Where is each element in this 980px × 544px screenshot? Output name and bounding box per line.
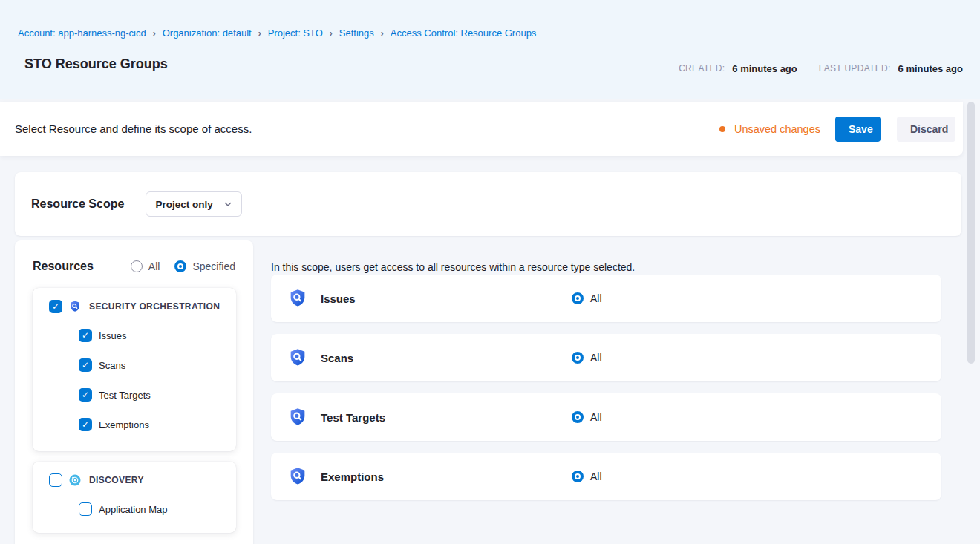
header-meta: CREATED: 6 minutes ago LAST UPDATED: 6 m… [679,62,963,74]
breadcrumb-access-control-link[interactable]: Access Control: Resource Groups [391,27,537,39]
scans-checkbox[interactable] [79,358,92,372]
access-radio-label: All [590,292,602,304]
breadcrumb-separator: › [153,28,156,39]
scope-info-text: In this scope, users get access to all r… [271,240,941,275]
last-updated-label: LAST UPDATED: [819,63,891,73]
access-radio-all[interactable]: All [572,471,602,482]
group-header-row[interactable]: DISCOVERY [33,466,236,494]
exemptions-checkbox[interactable] [79,418,92,431]
discovery-checkbox[interactable] [49,473,62,487]
discard-button[interactable]: Discard [897,117,956,142]
breadcrumb: Account: app-harness-ng-cicd › Organizat… [18,27,536,39]
resource-item-exemptions[interactable]: Exemptions [33,410,236,439]
sto-shield-icon [287,288,308,309]
action-toolbar: Select Resource and define its scope of … [0,102,963,156]
resource-item-issues[interactable]: Issues [33,321,236,350]
access-radio-icon[interactable] [572,292,584,304]
resource-scope-selected-value: Project only [155,199,212,210]
chevron-down-icon [223,200,232,209]
access-radio-icon[interactable] [572,471,584,482]
breadcrumb-settings-link[interactable]: Settings [339,27,374,39]
breadcrumb-account-link[interactable]: Account: app-harness-ng-cicd [18,27,146,39]
resources-title: Resources [33,260,94,273]
discovery-icon [68,473,82,487]
resource-card-label: Issues [321,292,356,305]
radio-all-label: All [148,260,160,272]
resource-scope-dropdown[interactable]: Project only [146,191,242,217]
page-title: STO Resource Groups [24,56,168,72]
access-radio-all[interactable]: All [572,292,602,304]
resource-group-security-orchestration: SECURITY ORCHESTRATION Issues Scans Test… [33,288,236,451]
access-radio-label: All [590,411,602,423]
resource-item-label: Issues [99,330,127,341]
access-radio-all[interactable]: All [572,352,602,364]
resource-scope-card: Resource Scope Project only [15,172,961,236]
sto-shield-icon [287,466,308,487]
security-orchestration-checkbox[interactable] [49,300,62,313]
radio-specified-label: Specified [192,260,235,272]
resources-mode-radio-group: All Specified [131,260,235,272]
access-radio-icon[interactable] [572,352,584,364]
resource-item-label: Application Map [99,504,168,515]
radio-all-icon[interactable] [131,260,143,272]
resource-item-test-targets[interactable]: Test Targets [33,380,236,410]
access-radio-icon[interactable] [572,411,584,423]
toolbar-actions: Unsaved changes Save Discard [719,117,956,142]
vertical-scrollbar[interactable] [967,102,975,364]
resource-card-scans: Scans All [271,334,941,381]
resources-panel-header: Resources All Specified [15,240,253,273]
page-header: Account: app-harness-ng-cicd › Organizat… [0,0,980,99]
created-label: CREATED: [679,63,725,73]
issues-checkbox[interactable] [79,329,92,342]
radio-specified-icon[interactable] [174,260,186,272]
breadcrumb-separator: › [258,28,261,39]
resource-card-label: Scans [321,352,353,364]
unsaved-changes-indicator: Unsaved changes [719,123,820,135]
resource-scope-label: Resource Scope [31,197,124,211]
breadcrumb-organization-link[interactable]: Organization: default [163,27,252,39]
access-radio-all[interactable]: All [572,411,602,423]
breadcrumb-project-link[interactable]: Project: STO [268,27,323,39]
sto-shield-icon [287,347,308,368]
group-header-row[interactable]: SECURITY ORCHESTRATION [33,292,236,321]
created-value: 6 minutes ago [732,63,797,74]
radio-all[interactable]: All [131,260,160,272]
toolbar-description: Select Resource and define its scope of … [15,122,252,135]
sto-shield-icon [68,300,82,313]
breadcrumb-separator: › [381,28,384,39]
last-updated-value: 6 minutes ago [898,63,963,74]
save-button[interactable]: Save [835,117,881,142]
test-targets-checkbox[interactable] [79,388,92,402]
group-label: DISCOVERY [89,475,144,485]
resource-item-scans[interactable]: Scans [33,350,236,380]
unsaved-dot-icon [719,126,725,132]
resource-card-label: Test Targets [321,411,385,424]
access-radio-label: All [590,471,602,482]
resource-group-discovery: DISCOVERY Application Map [33,462,236,533]
breadcrumb-separator: › [330,28,333,39]
resource-card-label: Exemptions [321,471,384,483]
resource-card-exemptions: Exemptions All [271,453,941,500]
resource-card-test-targets: Test Targets All [271,393,941,441]
main-content: In this scope, users get access to all r… [271,240,941,512]
resource-item-application-map[interactable]: Application Map [33,494,236,524]
resource-item-label: Scans [99,360,125,371]
sto-shield-icon [287,407,308,427]
radio-specified[interactable]: Specified [174,260,235,272]
meta-divider [808,62,808,74]
resource-card-issues: Issues All [271,275,941,322]
resource-item-label: Exemptions [99,419,149,430]
group-label: SECURITY ORCHESTRATION [89,301,220,312]
resource-item-label: Test Targets [99,390,151,401]
resources-panel: Resources All Specified SECURITY OR [15,240,253,544]
application-map-checkbox[interactable] [79,502,92,516]
unsaved-changes-label: Unsaved changes [734,123,820,135]
access-radio-label: All [590,352,602,364]
